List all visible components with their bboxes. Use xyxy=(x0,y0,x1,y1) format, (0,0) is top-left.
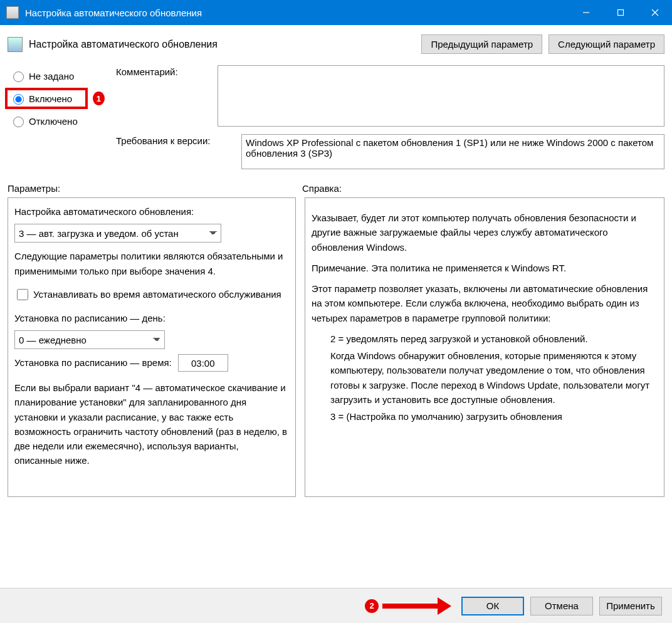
setting-title: Настройка автоматического обновления xyxy=(29,39,421,50)
comment-textarea[interactable] xyxy=(218,65,664,127)
options-pane[interactable]: Настройка автоматического обновления: 3 … xyxy=(8,197,296,497)
schedule-time-label: Установка по расписанию — время: xyxy=(14,355,172,370)
client-area: Настройка автоматического обновления Пре… xyxy=(0,25,672,497)
state-radios: Не задано Включено 1 Отключено xyxy=(8,65,105,169)
help-pane[interactable]: Указывает, будет ли этот компьютер получ… xyxy=(305,197,664,497)
section-labels: Параметры: Справка: xyxy=(8,183,664,194)
svg-rect-1 xyxy=(617,10,623,16)
schedule-day-label: Установка по расписанию — день: xyxy=(14,311,289,325)
cancel-button[interactable]: Отмена xyxy=(530,597,593,615)
auto-update-config-combo[interactable]: 3 — авт. загрузка и уведом. об устан xyxy=(14,224,221,243)
schedule-day-combo[interactable]: 0 — ежедневно xyxy=(14,330,165,349)
header-row: Настройка автоматического обновления Пре… xyxy=(8,34,664,54)
radio-not-configured-label: Не задано xyxy=(29,71,74,81)
requirements-textarea[interactable]: Windows XP Professional с пакетом обновл… xyxy=(241,134,664,169)
radio-enabled[interactable]: Включено xyxy=(5,88,88,109)
help-opt2-desc: Когда Windows обнаружит обновления, кото… xyxy=(312,348,658,407)
panes: Настройка автоматического обновления: 3 … xyxy=(8,197,664,497)
comment-column: Комментарий: Требования к версии: Window… xyxy=(116,65,664,169)
window-controls xyxy=(569,0,672,25)
annotation-arrow-wrap: 2 xyxy=(365,599,451,613)
auto-update-config-label: Настройка автоматического обновления: xyxy=(14,204,289,219)
policy-note: Следующие параметры политики являются об… xyxy=(14,249,289,278)
close-button[interactable] xyxy=(638,0,672,25)
radio-disabled-input[interactable] xyxy=(13,117,24,127)
state-area: Не задано Включено 1 Отключено Комментар… xyxy=(8,65,664,169)
setting-icon xyxy=(8,37,23,52)
requirements-label: Требования к версии: xyxy=(116,134,241,169)
help-opt3: 3 = (Настройка по умолчанию) загрузить о… xyxy=(312,409,658,424)
install-during-maintenance[interactable]: Устанавливать во время автоматического о… xyxy=(14,287,289,302)
help-p1: Указывает, будет ли этот компьютер получ… xyxy=(312,211,658,254)
help-opt2: 2 = уведомлять перед загрузкой и установ… xyxy=(312,332,658,346)
radio-not-configured-input[interactable] xyxy=(13,71,24,82)
help-p2: Примечание. Эта политика не применяется … xyxy=(312,261,658,275)
annotation-marker-2: 2 xyxy=(365,599,379,613)
schedule-time-input[interactable] xyxy=(178,354,228,372)
help-section-label: Справка: xyxy=(302,183,342,194)
minimize-button[interactable] xyxy=(569,0,603,25)
apply-button[interactable]: Применить xyxy=(599,597,662,615)
radio-enabled-input[interactable] xyxy=(13,94,24,105)
window-icon xyxy=(6,6,19,19)
footer: 2 ОК Отмена Применить xyxy=(0,588,672,623)
help-p3: Этот параметр позволяет указать, включен… xyxy=(312,281,658,325)
maximize-button[interactable] xyxy=(603,0,638,25)
options-note-tail: Если вы выбрали вариант "4 — автоматичес… xyxy=(14,380,289,468)
install-during-maintenance-checkbox[interactable] xyxy=(17,289,28,300)
install-during-maintenance-label: Устанавливать во время автоматического о… xyxy=(33,287,281,301)
prev-setting-button[interactable]: Предыдущий параметр xyxy=(421,34,542,54)
radio-disabled[interactable]: Отключено xyxy=(8,110,105,132)
ok-button[interactable]: ОК xyxy=(461,597,524,615)
radio-enabled-label: Включено xyxy=(29,93,72,104)
options-section-label: Параметры: xyxy=(8,183,302,194)
titlebar: Настройка автоматического обновления xyxy=(0,0,672,25)
annotation-marker-1: 1 xyxy=(93,92,105,105)
window-title: Настройка автоматического обновления xyxy=(25,8,569,18)
annotation-arrow-icon xyxy=(382,601,451,611)
comment-label: Комментарий: xyxy=(116,65,218,127)
radio-not-configured[interactable]: Не задано xyxy=(8,65,105,86)
radio-disabled-label: Отключено xyxy=(29,116,78,127)
next-setting-button[interactable]: Следующий параметр xyxy=(549,34,664,54)
